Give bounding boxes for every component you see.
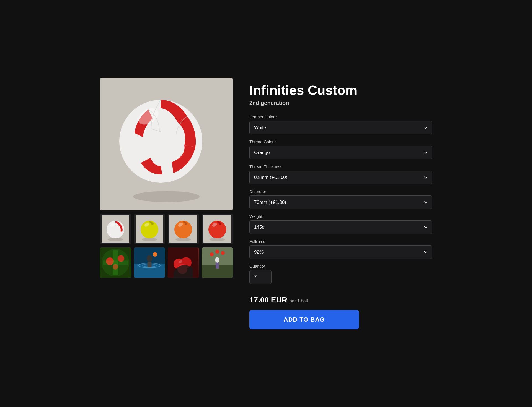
weight-field: Weight 100g 120g 145g 160g (249, 214, 432, 234)
thumbnail-action-green[interactable] (100, 247, 131, 278)
svg-point-46 (215, 250, 219, 254)
leather-colour-field: Leather Colour White Yellow Orange Red B… (249, 114, 432, 134)
thumbnail-action-outdoor[interactable] (202, 247, 233, 278)
svg-point-14 (174, 221, 192, 238)
right-column: Infinities Custom 2nd generation Leather… (249, 78, 432, 330)
diameter-select[interactable]: 60mm 65mm 70mm (+€1.00) 75mm (+€2.00) (249, 195, 432, 209)
svg-point-1 (133, 191, 200, 202)
thread-thickness-field: Thread Thickness 0.6mm 0.8mm (+€1.00) 1.… (249, 164, 432, 184)
thumbnail-orange-ball[interactable] (168, 214, 199, 244)
svg-point-42 (215, 257, 219, 263)
product-subtitle: 2nd generation (249, 100, 432, 106)
diameter-label: Diameter (249, 189, 432, 194)
price-row: 17.00 EUR per 1 ball (249, 296, 432, 304)
page-container: Infinities Custom 2nd generation Leather… (100, 78, 432, 330)
svg-rect-43 (216, 263, 219, 269)
svg-point-10 (141, 221, 158, 238)
thumbnail-row-colors (100, 214, 233, 244)
product-title: Infinities Custom (249, 83, 432, 98)
thumbnail-white-ball[interactable] (100, 214, 131, 244)
thread-colour-field: Thread Colour Orange White Yellow Red Bl… (249, 139, 432, 159)
thread-colour-select[interactable]: Orange White Yellow Red Blue Green Black (249, 146, 432, 159)
fullness-label: Fullness (249, 239, 432, 244)
quantity-field: Quantity (249, 264, 432, 284)
thumbnail-row-actions (100, 247, 233, 278)
quantity-label: Quantity (249, 264, 432, 268)
thread-thickness-select[interactable]: 0.6mm 0.8mm (+€1.00) 1.0mm (+€2.00) (249, 171, 432, 184)
svg-point-31 (147, 255, 152, 262)
weight-label: Weight (249, 214, 432, 219)
leather-colour-select[interactable]: White Yellow Orange Red Blue Green Black… (249, 121, 432, 134)
svg-point-44 (210, 252, 214, 256)
thumbnail-yellow-ball[interactable] (134, 214, 165, 244)
svg-point-45 (221, 251, 225, 255)
quantity-input[interactable] (249, 270, 272, 284)
left-column (100, 78, 233, 278)
thread-colour-label: Thread Colour (249, 139, 432, 144)
diameter-field: Diameter 60mm 65mm 70mm (+€1.00) 75mm (+… (249, 189, 432, 209)
thread-thickness-label: Thread Thickness (249, 164, 432, 169)
fullness-field: Fullness 80% 85% 90% 92% 95% 100% (249, 239, 432, 259)
fullness-select[interactable]: 80% 85% 90% 92% 95% 100% (249, 245, 432, 259)
svg-rect-32 (148, 262, 151, 267)
svg-point-33 (153, 252, 157, 257)
thumbnail-action-pool[interactable] (134, 247, 165, 278)
price-unit: per 1 ball (290, 299, 308, 304)
price-value: 17.00 EUR (249, 296, 287, 304)
leather-colour-label: Leather Colour (249, 114, 432, 119)
svg-point-18 (208, 221, 226, 238)
thumbnail-red-ball[interactable] (202, 214, 233, 244)
main-product-image (100, 78, 233, 210)
add-to-bag-button[interactable]: ADD TO BAG (249, 310, 359, 329)
weight-select[interactable]: 100g 120g 145g 160g (249, 220, 432, 234)
thumbnail-action-hands[interactable] (168, 247, 199, 278)
